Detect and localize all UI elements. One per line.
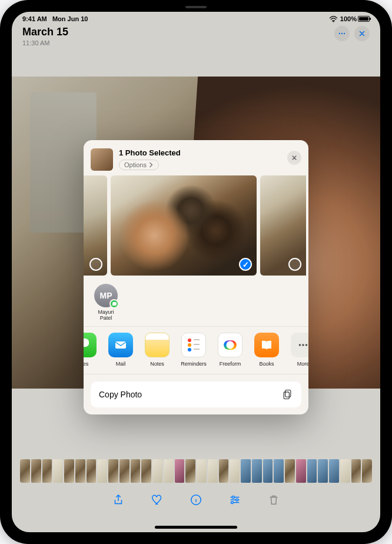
thumb[interactable] xyxy=(42,459,52,483)
thumb[interactable] xyxy=(274,459,284,483)
thumb[interactable] xyxy=(75,459,85,483)
contact-name: Mayuri Patel xyxy=(92,310,120,321)
app-mail[interactable]: Mail xyxy=(104,333,138,367)
svg-point-6 xyxy=(236,499,238,501)
thumb[interactable] xyxy=(64,459,74,483)
thumb[interactable] xyxy=(307,459,317,483)
chevron-right-icon xyxy=(149,162,154,168)
thumb[interactable] xyxy=(141,459,151,483)
share-photo-option[interactable] xyxy=(84,175,107,276)
svg-point-7 xyxy=(231,502,234,504)
thumb[interactable] xyxy=(285,459,295,483)
selection-indicator[interactable] xyxy=(288,258,301,271)
thumb[interactable] xyxy=(340,459,350,483)
ipad-frame: 9:41 AM Mon Jun 10 100% March 15 11:30 A… xyxy=(0,0,392,544)
avatar: MP xyxy=(94,284,118,307)
share-header: 1 Photo Selected Options xyxy=(84,146,308,175)
status-right: 100% xyxy=(329,15,370,22)
share-photo-strip[interactable] xyxy=(84,175,308,280)
app-reminders[interactable]: Reminders xyxy=(177,333,211,367)
svg-rect-13 xyxy=(284,392,289,399)
selection-indicator[interactable] xyxy=(89,258,102,271)
thumb[interactable] xyxy=(20,459,30,483)
thumb[interactable] xyxy=(31,459,41,483)
favorite-button[interactable] xyxy=(148,491,166,509)
thumb[interactable] xyxy=(53,459,63,483)
app-label: ges xyxy=(84,361,88,367)
app-more[interactable]: More xyxy=(286,333,308,367)
photos-header: March 15 11:30 AM xyxy=(12,22,380,47)
status-time: 9:41 AM xyxy=(22,15,47,22)
svg-point-0 xyxy=(333,21,334,22)
share-apps-row[interactable]: ges Mail Notes Reminders xyxy=(84,327,308,374)
thumb[interactable] xyxy=(152,459,162,483)
thumb[interactable] xyxy=(263,459,273,483)
app-label: Freeform xyxy=(220,361,241,367)
app-notes[interactable]: Notes xyxy=(140,333,174,367)
more-button[interactable] xyxy=(334,26,350,41)
thumb[interactable] xyxy=(296,459,306,483)
thumb[interactable] xyxy=(351,459,361,483)
app-messages[interactable]: ges xyxy=(84,333,101,367)
app-books[interactable]: Books xyxy=(250,333,284,367)
more-icon xyxy=(291,333,308,357)
info-button[interactable] xyxy=(187,491,205,509)
home-indicator[interactable] xyxy=(155,526,237,529)
thumb[interactable] xyxy=(119,459,129,483)
thumb[interactable] xyxy=(97,459,107,483)
share-close-button[interactable] xyxy=(287,151,301,165)
svg-point-11 xyxy=(305,344,308,346)
svg-point-3 xyxy=(344,33,345,34)
reminders-icon xyxy=(181,333,206,357)
copy-photo-action[interactable]: Copy Photo xyxy=(91,382,301,407)
notes-icon xyxy=(145,333,170,357)
share-options-button[interactable]: Options xyxy=(119,160,159,170)
thumb[interactable] xyxy=(329,459,339,483)
battery-percent: 100% xyxy=(340,15,357,22)
share-options-label: Options xyxy=(124,161,147,168)
status-left: 9:41 AM Mon Jun 10 xyxy=(22,15,88,22)
app-freeform[interactable]: Freeform xyxy=(213,333,247,367)
svg-point-10 xyxy=(302,344,304,346)
share-sheet: 1 Photo Selected Options xyxy=(84,140,308,414)
thumb[interactable] xyxy=(164,459,174,483)
app-label: Reminders xyxy=(181,361,207,367)
close-button[interactable] xyxy=(354,26,370,41)
share-photo-option[interactable] xyxy=(111,175,257,276)
close-icon xyxy=(358,30,366,37)
header-left: March 15 11:30 AM xyxy=(22,26,68,47)
wifi-icon xyxy=(329,16,338,22)
thumbnail-filmstrip[interactable] xyxy=(20,459,372,483)
thumb[interactable] xyxy=(318,459,328,483)
status-date: Mon Jun 10 xyxy=(52,15,88,22)
thumb[interactable] xyxy=(208,459,218,483)
thumb[interactable] xyxy=(219,459,229,483)
thumb[interactable] xyxy=(175,459,185,483)
contact-suggestion[interactable]: MP Mayuri Patel xyxy=(92,284,120,321)
thumb[interactable] xyxy=(362,459,372,483)
selection-indicator-checked[interactable] xyxy=(239,258,252,271)
action-label: Copy Photo xyxy=(99,390,142,399)
sliders-icon xyxy=(228,493,241,506)
thumb[interactable] xyxy=(230,459,240,483)
status-bar: 9:41 AM Mon Jun 10 100% xyxy=(12,12,380,22)
page-title: March 15 xyxy=(22,26,68,38)
share-button[interactable] xyxy=(109,491,127,509)
thumb[interactable] xyxy=(252,459,262,483)
svg-rect-8 xyxy=(115,341,126,349)
ellipsis-icon xyxy=(338,29,346,38)
thumb[interactable] xyxy=(108,459,118,483)
close-icon xyxy=(291,155,297,161)
thumb[interactable] xyxy=(185,459,195,483)
adjust-button[interactable] xyxy=(226,491,244,509)
thumb[interactable] xyxy=(241,459,251,483)
thumb[interactable] xyxy=(87,459,97,483)
camera-notch xyxy=(185,6,207,8)
share-icon xyxy=(112,493,125,506)
delete-button[interactable] xyxy=(265,491,283,509)
share-photo-option[interactable] xyxy=(260,175,306,276)
thumb[interactable] xyxy=(131,459,141,483)
app-label: Mail xyxy=(116,361,126,367)
thumb[interactable] xyxy=(197,459,207,483)
messages-badge-icon xyxy=(109,299,119,309)
